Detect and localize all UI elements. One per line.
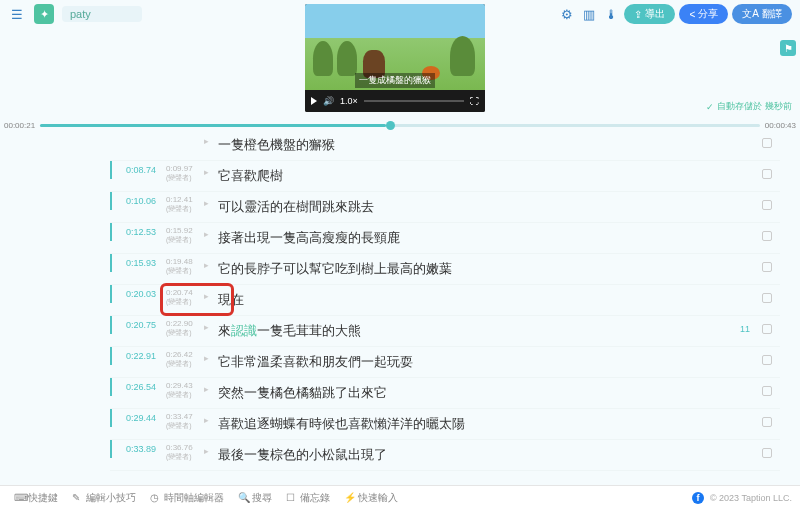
row-text[interactable]: 喜歡追逐蝴蝶有時候也喜歡懶洋洋的曬太陽	[214, 409, 780, 439]
timeline-editor-button[interactable]: ◷時間軸編輯器	[144, 489, 230, 507]
menu-icon[interactable]: ☰	[8, 5, 26, 23]
row-checkbox[interactable]	[762, 355, 772, 365]
transcript-row[interactable]: 0:29.440:33.47(變聲者)▸喜歡追逐蝴蝶有時候也喜歡懶洋洋的曬太陽	[110, 409, 780, 440]
tips-label: 編輯小技巧	[86, 491, 136, 505]
expand-icon[interactable]: ▸	[204, 223, 214, 239]
row-text[interactable]: 突然一隻橘色橘貓跳了出來它	[214, 378, 780, 408]
footer-right: f © 2023 Taption LLC.	[692, 492, 792, 504]
quick-input-button[interactable]: ⚡快速輸入	[338, 489, 404, 507]
row-text[interactable]: 最後一隻棕色的小松鼠出現了	[214, 440, 780, 470]
row-timestamp: 0:15.93	[110, 254, 162, 272]
transcript-row[interactable]: 0:15.930:19.48(變聲者)▸它的長脖子可以幫它吃到樹上最高的嫩葉	[110, 254, 780, 285]
row-timestamp: 0:26.54	[110, 378, 162, 396]
row-text[interactable]: 現在	[214, 285, 780, 315]
row-text[interactable]: 一隻橙色機盤的獬猴	[214, 130, 780, 160]
row-checkbox[interactable]	[762, 386, 772, 396]
bottom-bar: ⌨快捷鍵 ✎編輯小技巧 ◷時間軸編輯器 🔍搜尋 ☐備忘錄 ⚡快速輸入 f © 2…	[0, 485, 800, 509]
shortcuts-label: 快捷鍵	[28, 491, 58, 505]
translate-button[interactable]: 文A 翻譯	[732, 4, 792, 24]
copyright: © 2023 Taption LLC.	[710, 493, 792, 503]
time-total: 00:00:43	[765, 121, 796, 130]
row-meta: 0:12.41(變聲者)	[162, 192, 204, 216]
fullscreen-icon[interactable]: ⛶	[470, 96, 479, 106]
expand-icon[interactable]: ▸	[204, 130, 214, 146]
transcript-row[interactable]: 0:10.060:12.41(變聲者)▸可以靈活的在樹間跳來跳去	[110, 192, 780, 223]
row-text[interactable]: 它喜歡爬樹	[214, 161, 780, 191]
project-title-input[interactable]	[62, 6, 142, 22]
expand-icon[interactable]: ▸	[204, 378, 214, 394]
transcript-row[interactable]: 0:33.890:36.76(變聲者)▸最後一隻棕色的小松鼠出現了	[110, 440, 780, 471]
row-meta: 0:33.47(變聲者)	[162, 409, 204, 433]
expand-icon[interactable]: ▸	[204, 409, 214, 425]
row-meta: 0:29.43(變聲者)	[162, 378, 204, 402]
transcript-row[interactable]: 0:20.030:20.74(變聲者)▸現在	[110, 285, 780, 316]
gear-icon[interactable]: ⚙	[558, 5, 576, 23]
transcript-row[interactable]: 0:20.750:22.90(變聲者)▸來認識一隻毛茸茸的大熊11	[110, 316, 780, 347]
row-meta: 0:36.76(變聲者)	[162, 440, 204, 464]
quick-input-label: 快速輸入	[358, 491, 398, 505]
thermometer-icon[interactable]: 🌡	[602, 5, 620, 23]
timeline-thumb[interactable]	[386, 121, 395, 130]
search-button[interactable]: 🔍搜尋	[232, 489, 278, 507]
expand-icon[interactable]: ▸	[204, 192, 214, 208]
book-icon[interactable]: ▥	[580, 5, 598, 23]
timeline-editor-label: 時間軸編輯器	[164, 491, 224, 505]
side-flag-icon[interactable]: ⚑	[780, 40, 796, 56]
row-checkbox[interactable]	[762, 200, 772, 210]
volume-icon[interactable]: 🔊	[323, 96, 334, 106]
transcript-row[interactable]: 0:26.540:29.43(變聲者)▸突然一隻橘色橘貓跳了出來它	[110, 378, 780, 409]
export-button[interactable]: ⇪ 導出	[624, 4, 675, 24]
row-timestamp: 0:33.89	[110, 440, 162, 458]
transcript-row[interactable]: 0:12.530:15.92(變聲者)▸接著出現一隻高高瘦瘦的長頸鹿	[110, 223, 780, 254]
expand-icon[interactable]: ▸	[204, 440, 214, 456]
search-label: 搜尋	[252, 491, 272, 505]
row-checkbox[interactable]	[762, 262, 772, 272]
translate-label: 翻譯	[762, 7, 782, 21]
row-meta: 0:15.92(變聲者)	[162, 223, 204, 247]
playback-speed[interactable]: 1.0×	[340, 96, 358, 106]
video-progress[interactable]	[364, 100, 464, 102]
row-meta: 0:22.90(變聲者)	[162, 316, 204, 340]
row-text[interactable]: 它的長脖子可以幫它吃到樹上最高的嫩葉	[214, 254, 780, 284]
row-text[interactable]: 可以靈活的在樹間跳來跳去	[214, 192, 780, 222]
expand-icon[interactable]: ▸	[204, 254, 214, 270]
shortcuts-button[interactable]: ⌨快捷鍵	[8, 489, 64, 507]
row-meta: 0:09.97(變聲者)	[162, 161, 204, 185]
row-timestamp: 0:29.44	[110, 409, 162, 427]
expand-icon[interactable]: ▸	[204, 316, 214, 332]
row-timestamp: 0:10.06	[110, 192, 162, 210]
row-checkbox[interactable]	[762, 138, 772, 148]
row-text[interactable]: 來認識一隻毛茸茸的大熊	[214, 316, 780, 346]
row-checkbox[interactable]	[762, 324, 772, 334]
transcript-row[interactable]: 0:08.740:09.97(變聲者)▸它喜歡爬樹	[110, 161, 780, 192]
share-button[interactable]: < 分享	[679, 4, 728, 24]
transcript-list: ▸一隻橙色機盤的獬猴0:08.740:09.97(變聲者)▸它喜歡爬樹0:10.…	[110, 130, 780, 481]
app-logo: ✦	[34, 4, 54, 24]
tips-button[interactable]: ✎編輯小技巧	[66, 489, 142, 507]
row-badge: 11	[740, 324, 750, 334]
row-text[interactable]: 接著出現一隻高高瘦瘦的長頸鹿	[214, 223, 780, 253]
expand-icon[interactable]: ▸	[204, 161, 214, 177]
expand-icon[interactable]: ▸	[204, 285, 214, 301]
row-checkbox[interactable]	[762, 448, 772, 458]
timeline-track[interactable]	[40, 124, 760, 127]
expand-icon[interactable]: ▸	[204, 347, 214, 363]
row-checkbox[interactable]	[762, 169, 772, 179]
row-checkbox[interactable]	[762, 231, 772, 241]
row-checkbox[interactable]	[762, 293, 772, 303]
notes-button[interactable]: ☐備忘錄	[280, 489, 336, 507]
play-icon[interactable]	[311, 97, 317, 105]
share-label: 分享	[698, 7, 718, 21]
row-meta: 0:19.48(變聲者)	[162, 254, 204, 278]
transcript-row[interactable]: 0:22.910:26.42(變聲者)▸它非常溫柔喜歡和朋友們一起玩耍	[110, 347, 780, 378]
facebook-icon[interactable]: f	[692, 492, 704, 504]
video-preview[interactable]: 一隻成橘盤的獵猴 🔊 1.0× ⛶	[305, 4, 485, 112]
row-timestamp: 0:08.74	[110, 161, 162, 179]
row-checkbox[interactable]	[762, 417, 772, 427]
transcript-row[interactable]: ▸一隻橙色機盤的獬猴	[110, 130, 780, 161]
row-text[interactable]: 它非常溫柔喜歡和朋友們一起玩耍	[214, 347, 780, 377]
row-timestamp: 0:12.53	[110, 223, 162, 241]
row-timestamp: 0:20.03	[110, 285, 162, 303]
row-meta	[162, 130, 204, 136]
autosave-status: ✓ 自動存儲於 幾秒前	[706, 100, 792, 113]
